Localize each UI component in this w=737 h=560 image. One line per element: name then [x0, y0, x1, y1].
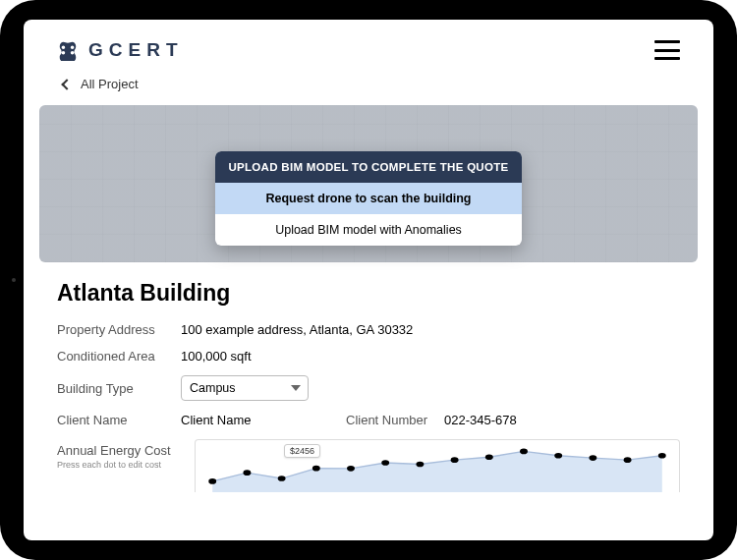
svg-point-6	[416, 462, 424, 468]
request-drone-button[interactable]: Request drone to scan the building	[215, 183, 522, 214]
area-label: Conditioned Area	[57, 349, 181, 364]
row-address: Property Address 100 example address, At…	[57, 322, 680, 337]
address-value: 100 example address, Atlanta, GA 30332	[181, 322, 413, 337]
svg-point-8	[485, 454, 493, 460]
energy-chart[interactable]: $2456	[195, 439, 680, 492]
brand-logo-icon	[57, 39, 79, 61]
upload-bim-button[interactable]: UPLOAD BIM MODEL TO COMPLETE THE QUOTE	[215, 151, 522, 183]
area-value: 100,000 sqft	[181, 349, 252, 364]
building-type-value: Campus	[181, 375, 309, 401]
client-number-value: 022-345-678	[444, 413, 517, 427]
breadcrumb-label: All Project	[81, 77, 139, 91]
svg-point-5	[381, 460, 389, 466]
svg-point-10	[554, 453, 562, 459]
row-client: Client Name Client Name Client Number 02…	[57, 413, 680, 427]
svg-point-4	[347, 466, 355, 472]
client-number-label: Client Number	[346, 413, 444, 427]
svg-point-12	[624, 457, 632, 463]
type-label: Building Type	[57, 381, 181, 396]
action-stack: UPLOAD BIM MODEL TO COMPLETE THE QUOTE R…	[215, 151, 522, 246]
svg-point-0	[208, 478, 216, 484]
row-type: Building Type Campus	[57, 375, 680, 401]
address-label: Property Address	[57, 322, 181, 337]
hero-banner: UPLOAD BIM MODEL TO COMPLETE THE QUOTE R…	[39, 105, 698, 262]
brand[interactable]: GCERT	[57, 39, 184, 61]
svg-point-7	[451, 457, 459, 463]
chart-tooltip: $2456	[284, 444, 320, 458]
client-name-label: Client Name	[57, 413, 181, 427]
chart-section: Annual Energy Cost Press each dot to edi…	[57, 439, 680, 492]
page-title: Atlanta Building	[57, 280, 680, 307]
chevron-left-icon	[61, 79, 72, 89]
svg-point-2	[278, 476, 286, 481]
client-name-value: Client Name	[181, 413, 346, 427]
menu-icon[interactable]	[654, 40, 680, 60]
svg-point-9	[520, 449, 528, 455]
svg-point-3	[312, 466, 320, 472]
tablet-frame: GCERT All Project UPLOAD BIM MODEL TO CO…	[0, 0, 737, 560]
camera-icon	[12, 278, 16, 282]
header: GCERT	[24, 20, 713, 71]
row-area: Conditioned Area 100,000 sqft	[57, 349, 680, 364]
content: Atlanta Building Property Address 100 ex…	[24, 262, 713, 492]
energy-label: Annual Energy Cost	[57, 443, 181, 458]
app-screen: GCERT All Project UPLOAD BIM MODEL TO CO…	[24, 20, 713, 540]
building-type-select[interactable]: Campus	[181, 375, 309, 401]
brand-name: GCERT	[88, 39, 184, 61]
svg-point-1	[243, 470, 251, 476]
svg-point-13	[658, 453, 666, 459]
upload-anomalies-button[interactable]: Upload BIM model with Anomalies	[215, 214, 522, 246]
svg-point-11	[589, 455, 596, 461]
breadcrumb-back[interactable]: All Project	[24, 71, 713, 105]
energy-hint: Press each dot to edit cost	[57, 460, 181, 470]
